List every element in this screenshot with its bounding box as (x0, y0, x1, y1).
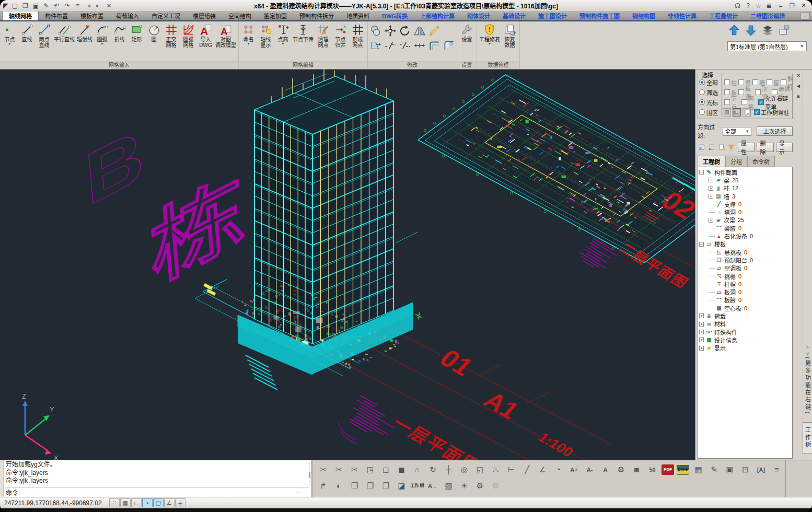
expander-expand-icon[interactable]: + (699, 313, 704, 318)
section-moon-icon[interactable]: ✂ (331, 462, 346, 476)
tree-item-次梁[interactable]: +▰次梁25 (699, 216, 792, 224)
fillet-button[interactable] (442, 39, 456, 52)
折线-button[interactable]: 折线 (111, 22, 128, 43)
story-up-icon[interactable] (727, 24, 741, 37)
detail-list-icon[interactable]: ≡ (769, 462, 784, 476)
day-night-icon[interactable]: ☀ (457, 479, 472, 493)
tree-item-空心板[interactable]: ▦空心板0 (699, 304, 792, 312)
command-scrollbar[interactable] (309, 462, 310, 486)
checkbox-节点[interactable] (724, 99, 730, 105)
节点-button[interactable]: 节点▼ (1, 22, 18, 46)
worktree-vertical-tab[interactable]: 工作树 (803, 422, 812, 453)
tree-tab-工程树[interactable]: 工程树 (698, 156, 725, 167)
zoom-window-icon[interactable]: ◱ (472, 462, 488, 476)
tree-item-空调板[interactable]: ▱空调板0 (699, 264, 792, 272)
删除-button[interactable]: 删除 (757, 143, 773, 152)
command-grip[interactable] (0, 460, 4, 497)
tree-item-支撑[interactable]: ╱支撑0 (699, 200, 792, 208)
close-button[interactable]: ✕ (798, 2, 809, 10)
measure-arc-icon[interactable]: ◔ (551, 462, 566, 476)
command-window[interactable]: 开始加载yg文件。命令:yjk_layers命令:yjk_layers 命令: … (0, 460, 312, 497)
notes-icon[interactable]: ≣ (764, 1, 774, 10)
help-icon[interactable]: ? (743, 1, 753, 10)
tree-item-特殊构件[interactable]: +SP特殊构件 (699, 328, 792, 336)
直线-button[interactable]: 直线 (18, 22, 36, 43)
view-cube-wire-icon[interactable]: ◻ (378, 462, 393, 476)
worktree-panel-icon[interactable]: 工作 树 (410, 479, 425, 493)
multi-select-icon[interactable] (733, 108, 741, 117)
export-clip-icon[interactable]: ↱ (316, 479, 331, 493)
checkbox-工作树常驻[interactable]: ✓ (754, 109, 760, 115)
导入DWG-button[interactable]: A导入 DWG (197, 22, 214, 49)
copy-button[interactable] (369, 24, 382, 38)
tree-tab-分组[interactable]: 分组 (725, 156, 747, 167)
checkbox-网格[interactable] (741, 99, 747, 105)
view-cube-solid-icon[interactable]: ◼ (394, 462, 409, 476)
radio-筛选[interactable]: 筛选 (699, 88, 721, 97)
copy-delete-icon[interactable]: ▣ (722, 462, 737, 476)
tree-item-石化设备[interactable]: ▲石化设备0 (699, 232, 792, 240)
text-frame-icon[interactable]: [A] (753, 462, 769, 476)
平行直线-button[interactable]: 平行直线 (53, 22, 76, 43)
圆-button[interactable]: 圆 (145, 22, 163, 43)
expander-expand-icon[interactable]: + (709, 194, 713, 199)
text-style-icon[interactable]: A (598, 462, 613, 476)
story-selector[interactable]: 第1标准层 (第1自然层) ▼ (727, 41, 807, 51)
orbit-view-icon[interactable]: ↻ (425, 462, 440, 476)
tree-item-构件截面[interactable]: −✎构件截面 (699, 168, 792, 176)
expander-expand-icon[interactable]: + (709, 218, 713, 223)
grid-dots-toggle[interactable]: ∷ (109, 498, 120, 507)
polar-toggle[interactable]: ◔ (142, 498, 153, 507)
对图调改模型-button[interactable]: A对图 调改模型 (214, 22, 237, 49)
轴线显示-button[interactable]: 轴线 显示 (257, 22, 274, 49)
command-prompt[interactable]: 命令: (6, 488, 20, 497)
tree-item-梁[interactable]: +▰梁25 (699, 176, 792, 184)
section-sun-icon[interactable]: ✂ (316, 462, 331, 476)
tree-item-荷载[interactable]: +⇊荷载 (699, 312, 792, 320)
move-button[interactable] (384, 24, 397, 38)
tree-item-预制阳台[interactable]: ❏预制阳台0 (699, 256, 792, 264)
节点归并-button[interactable]: 5节点 归并 (332, 22, 349, 49)
ortho-toggle[interactable]: ∟ (131, 498, 142, 507)
expander-expand-icon[interactable]: + (709, 178, 713, 182)
import-file-icon[interactable]: ⇥ (83, 1, 93, 10)
tab-二维图形编辑[interactable]: 二维图形编辑 (744, 10, 791, 20)
snapshot-icon[interactable]: ◙ (629, 462, 644, 476)
命名-button[interactable]: 命名▼ (240, 22, 257, 46)
辐射线-button[interactable]: 辐射线 (76, 22, 94, 43)
tab-轴线网格[interactable]: 轴线网格 (2, 10, 39, 20)
select-highlight-icon[interactable]: ⊡ (738, 462, 753, 476)
节点下传-button[interactable]: 节点下传 (292, 22, 315, 43)
圆弧-button[interactable]: 圆弧▼ (94, 22, 111, 46)
export-pdf-icon[interactable]: PDF (662, 464, 674, 475)
tree-item-墙[interactable]: +▤墙3 (699, 192, 792, 200)
offset-button[interactable] (427, 39, 441, 52)
expander-expand-icon[interactable]: + (699, 346, 704, 351)
矩形-button[interactable]: 矩形 (128, 22, 145, 43)
expand-right-icon[interactable]: > (806, 344, 809, 351)
close-panel-icon[interactable]: ✕ (795, 72, 802, 79)
panel-menu-icon[interactable]: ≡ (795, 92, 802, 100)
lock-plane-icon[interactable]: ◪ (394, 479, 409, 493)
tab-自定义工况[interactable]: 自定义工况 (145, 10, 187, 20)
collapse-panel-icon[interactable]: ◄ (795, 82, 802, 89)
tree-item-悬挑板[interactable]: ◺悬挑板0 (699, 248, 792, 256)
direction-filter-select[interactable]: 全部 ▼ (723, 127, 751, 136)
story-stack-icon[interactable] (761, 24, 774, 37)
print-icon[interactable]: ≡ (73, 1, 83, 10)
expand-down-icon[interactable]: ∨ (806, 351, 809, 357)
tree-item-梁腋[interactable]: ⌒梁腋0 (699, 224, 792, 232)
last-selection-button[interactable]: 上次选择 (757, 126, 793, 136)
属性-button[interactable]: 属性 (738, 143, 755, 152)
curve-settings-icon[interactable]: ⚙ (472, 479, 488, 493)
tab-预制构件拆分[interactable]: 预制构件拆分 (293, 10, 340, 20)
building-display-icon[interactable]: ▦ (691, 462, 706, 476)
tab-DWG转换[interactable]: DWG转换 (376, 10, 414, 20)
close-doc-icon[interactable]: ✕ (104, 1, 114, 10)
tab-砌体设计[interactable]: 砌体设计 (461, 10, 496, 20)
measure-angle-icon[interactable]: ∠ (535, 462, 550, 476)
tab-地质资料[interactable]: 地质资料 (340, 10, 376, 20)
text-enlarge-icon[interactable]: A+ (566, 462, 582, 476)
tab-楼层组装[interactable]: 楼层组装 (187, 10, 222, 20)
stretch-button[interactable] (369, 39, 382, 52)
